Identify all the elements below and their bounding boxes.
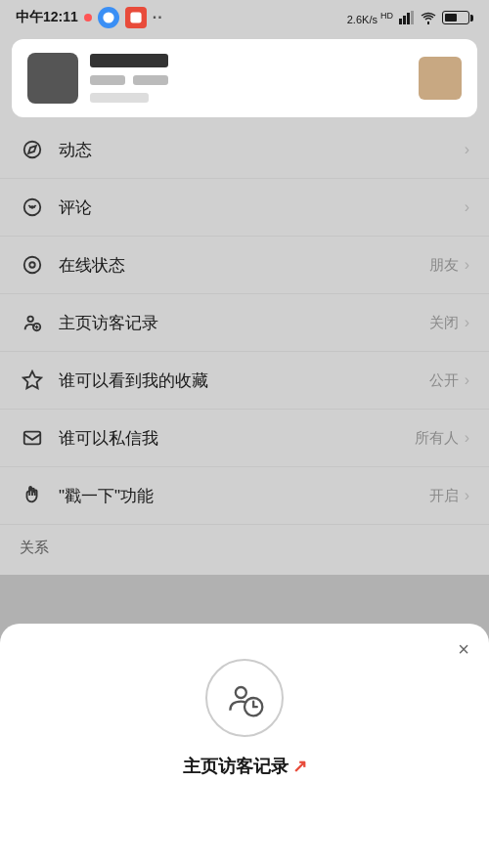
wifi-icon: [421, 12, 436, 24]
svg-point-0: [103, 12, 113, 22]
svg-point-6: [24, 142, 41, 158]
compass-icon: [20, 137, 45, 162]
profile-info: [90, 54, 407, 103]
status-time: 中午12:11 ··: [16, 7, 163, 28]
profile-stat-2: [133, 75, 168, 85]
svg-rect-2: [399, 19, 402, 24]
modal-sheet: × 主页访客记录 ↗: [0, 624, 489, 868]
collection-visibility-label: 谁可以看到我的收藏: [59, 369, 429, 392]
menu-item-collection-visibility[interactable]: 谁可以看到我的收藏 公开 ›: [0, 352, 489, 410]
modal-overlay: × 主页访客记录 ↗: [0, 575, 489, 868]
menu-item-online-status[interactable]: 在线状态 朋友 ›: [0, 237, 489, 294]
svg-point-11: [27, 317, 33, 323]
menu-item-visitor-record[interactable]: 主页访客记录 关闭 ›: [0, 294, 489, 352]
profile-avatar: [27, 53, 78, 104]
chevron-right-icon: ›: [465, 198, 469, 216]
svg-rect-4: [407, 13, 410, 24]
app-icon-1: [98, 7, 119, 28]
menu-item-comments[interactable]: 评论 ›: [0, 179, 489, 237]
svg-marker-13: [23, 371, 41, 388]
chevron-right-icon: ›: [465, 141, 469, 158]
comments-label: 评论: [59, 196, 465, 219]
svg-point-10: [29, 262, 35, 268]
svg-rect-1: [130, 12, 141, 22]
message-icon: [20, 425, 45, 451]
app-icon-2: [125, 7, 147, 28]
online-status-icon: [20, 252, 45, 278]
visitor-icon: [20, 310, 45, 335]
chevron-right-icon: ›: [465, 487, 469, 504]
activity-label: 动态: [59, 139, 465, 161]
poke-value: 开启: [429, 487, 459, 505]
visitor-record-value: 关闭: [429, 314, 459, 332]
comment-icon: [20, 195, 45, 220]
online-status-value: 朋友: [429, 256, 459, 275]
chevron-right-icon: ›: [465, 429, 469, 447]
menu-item-activity[interactable]: 动态 ›: [0, 121, 489, 179]
notif-dot: [84, 14, 92, 22]
chevron-right-icon: ›: [465, 256, 469, 274]
svg-point-8: [31, 206, 33, 208]
modal-title: 主页访客记录 ↗: [183, 755, 307, 778]
status-indicators: 2.6K/s HD: [347, 11, 473, 25]
visitor-record-label: 主页访客记录: [59, 312, 429, 334]
profile-right-image: [419, 57, 462, 100]
dots-icon: ··: [153, 9, 163, 26]
section-header-relations: 关系: [0, 525, 489, 563]
dm-permission-value: 所有人: [415, 429, 459, 448]
chevron-right-icon: ›: [465, 314, 469, 331]
settings-list: 动态 › 评论 › 在线状态 朋友 ›: [0, 117, 489, 567]
svg-point-9: [24, 257, 41, 274]
menu-item-dm-permission[interactable]: 谁可以私信我 所有人 ›: [0, 410, 489, 467]
menu-item-poke[interactable]: "戳一下"功能 开启 ›: [0, 467, 489, 525]
modal-close-button[interactable]: ×: [458, 639, 469, 659]
time-text: 中午12:11: [16, 9, 78, 26]
online-status-label: 在线状态: [59, 254, 429, 277]
hand-icon: [20, 483, 45, 508]
modal-title-icon: ↗: [292, 756, 307, 777]
profile-stats: [90, 75, 407, 85]
signal-icon: [399, 11, 415, 24]
collection-visibility-value: 公开: [429, 371, 459, 390]
svg-rect-3: [403, 16, 406, 24]
star-icon: [20, 368, 45, 393]
dm-permission-label: 谁可以私信我: [59, 427, 415, 450]
svg-rect-5: [411, 11, 414, 24]
profile-name-bar: [90, 54, 168, 67]
visitor-record-modal-icon: [223, 676, 266, 719]
battery-indicator: [442, 11, 473, 24]
network-speed: 2.6K/s HD: [347, 11, 393, 25]
status-bar: 中午12:11 ·· 2.6K/s HD: [0, 0, 489, 35]
chevron-right-icon: ›: [465, 371, 469, 389]
profile-stat-1: [90, 75, 125, 85]
profile-tag: [90, 93, 149, 103]
svg-rect-14: [24, 432, 41, 445]
profile-card[interactable]: [12, 39, 477, 117]
poke-label: "戳一下"功能: [59, 485, 429, 507]
svg-point-15: [236, 687, 246, 698]
modal-icon-circle: [205, 659, 284, 737]
